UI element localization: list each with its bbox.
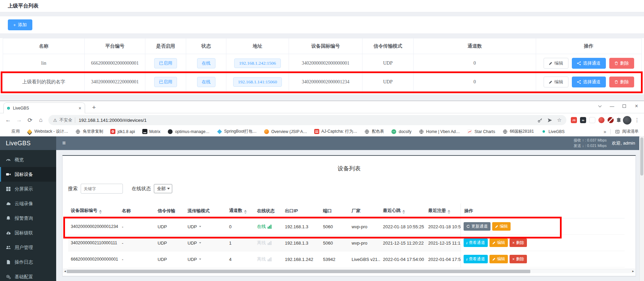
sidebar-item-split-screen[interactable]: 分屏展示 <box>0 182 56 196</box>
sidebar-item-gb-devices[interactable]: 国标设备 <box>0 167 56 182</box>
reading-list-icon <box>615 129 620 134</box>
bookmark-optimus[interactable]: optimus-manage… <box>167 129 209 134</box>
bookmark-springboot[interactable]: SpringBoot打包… <box>217 129 257 134</box>
search-input[interactable] <box>81 184 123 194</box>
col-channels[interactable]: 通道数 <box>226 203 254 218</box>
bandwidth-chart-icon[interactable] <box>268 257 272 261</box>
extensions-puzzle-icon[interactable] <box>616 117 622 123</box>
browser-tab-livegbs[interactable]: LiveGBS × <box>3 102 85 113</box>
col-device-gb-id[interactable]: 设备国标编号 <box>68 203 119 218</box>
bookmark-copy[interactable]: 免登录复制 <box>75 129 103 134</box>
extension-infinity-icon[interactable]: ∞ <box>580 117 586 123</box>
hamburger-menu-icon[interactable]: ≡ <box>56 140 72 147</box>
extension-js-icon[interactable]: JS <box>571 117 577 123</box>
cell-vendor: wvp-pro <box>349 235 380 251</box>
extension-icons: JS ∞ <box>571 117 614 123</box>
bookmark-star-icon[interactable]: ☆ <box>557 117 562 123</box>
chevron-down-icon <box>199 259 201 260</box>
bookmark-palette[interactable]: 配色表 <box>364 129 384 134</box>
cell-status: 离线 <box>254 251 282 267</box>
bookmark-starcharts[interactable]: Star Charts <box>467 129 495 134</box>
sidebar-item-gb-cascade[interactable]: 国标级联 <box>0 226 56 240</box>
online-status-select[interactable]: 全部 <box>154 184 172 193</box>
select-channel-button[interactable]: 选择通道 <box>572 77 606 87</box>
bookmark-livegbs[interactable]: LiveGBS <box>541 129 564 134</box>
sort-icon[interactable] <box>402 210 405 214</box>
sidebar-item-basic-config[interactable]: 基础配置 <box>0 269 56 281</box>
scrollbar-thumb[interactable] <box>640 137 643 176</box>
sidebar-item-operation-log[interactable]: 操作日志 <box>0 255 56 269</box>
bookmarks-overflow-chevron[interactable]: » <box>603 129 606 134</box>
scroll-right-icon[interactable]: ► <box>632 270 634 273</box>
sort-icon[interactable] <box>244 210 247 214</box>
chevron-down-icon <box>167 188 170 189</box>
tab-close-icon[interactable]: × <box>79 105 81 111</box>
bookmark-gb28181[interactable]: 66国标28181 <box>502 129 534 134</box>
sort-icon[interactable] <box>99 210 102 214</box>
close-icon[interactable]: × <box>630 101 643 111</box>
view-channels-button[interactable]: i查看通道 <box>464 255 488 263</box>
refresh-icon <box>466 225 470 228</box>
view-channels-button[interactable]: i查看通道 <box>464 238 488 247</box>
bookmark-motrix[interactable]: Motrix <box>142 129 161 134</box>
sidebar-item-user-management[interactable]: 用户管理 <box>0 240 56 255</box>
bookmark-webstack[interactable]: Webstack - 设计… <box>27 129 68 134</box>
reload-icon[interactable]: ⟳ <box>25 115 35 126</box>
bookmark-vben[interactable]: Home | Vben Ad… <box>419 129 460 134</box>
profile-avatar[interactable] <box>623 116 631 125</box>
edit-button[interactable]: 编辑 <box>489 255 508 263</box>
col-heartbeat[interactable]: 最近心跳 <box>380 203 425 218</box>
orange-favicon-icon <box>264 129 269 134</box>
forward-icon[interactable]: → <box>14 115 25 126</box>
edit-button[interactable]: 编辑 <box>544 77 568 87</box>
file-icon <box>6 260 11 265</box>
password-key-icon[interactable] <box>537 118 543 123</box>
extension-blocker-icon[interactable] <box>608 117 614 123</box>
minimize-icon[interactable]: — <box>606 101 618 111</box>
extension-red-ball-icon[interactable] <box>598 117 605 123</box>
vertical-scrollbar[interactable] <box>639 136 644 281</box>
delete-button[interactable]: ×删除 <box>510 238 527 247</box>
browser-menu-icon[interactable]: ⋮ <box>634 117 640 123</box>
bookmark-overview-jsip[interactable]: Overview (JSIP A… <box>264 129 307 134</box>
home-icon[interactable]: ⌂ <box>35 115 46 126</box>
stream-mode-select[interactable]: UDP <box>188 241 226 246</box>
delete-button[interactable]: 删除 <box>609 77 634 87</box>
maximize-icon[interactable] <box>618 101 630 111</box>
scrollbar-thumb[interactable] <box>67 270 530 273</box>
new-tab-button[interactable]: + <box>89 103 99 112</box>
stream-mode-select[interactable]: UDP <box>188 224 226 229</box>
sidebar-item-alarm-query[interactable]: 报警查询 <box>0 211 56 226</box>
bandwidth-chart-icon[interactable] <box>268 225 272 229</box>
delete-button[interactable]: 删除 <box>609 58 634 69</box>
edit-button[interactable]: 编辑 <box>489 238 508 247</box>
bandwidth-chart-icon[interactable] <box>268 241 272 245</box>
send-to-device-icon[interactable] <box>547 118 552 123</box>
livegbs-favicon-icon <box>541 129 546 134</box>
bookmark-docsify[interactable]: docsify <box>391 129 411 134</box>
horizontal-scrollbar[interactable]: ◄ ► <box>63 269 635 273</box>
sidebar-item-overview[interactable]: 概览 <box>0 152 56 167</box>
stream-mode-select[interactable]: UDP <box>188 257 226 262</box>
delete-button[interactable]: ×删除 <box>510 255 527 263</box>
reading-list-button[interactable]: 阅读清单 <box>615 129 639 134</box>
sort-icon[interactable] <box>448 210 450 214</box>
edit-button[interactable]: 编辑 <box>492 222 511 231</box>
bookmark-apps[interactable]: 应用 <box>4 129 20 134</box>
select-channel-button[interactable]: 选择通道 <box>572 58 606 69</box>
back-icon[interactable]: ← <box>3 115 14 126</box>
add-button[interactable]: + 添加 <box>8 19 32 30</box>
sidebar-item-cloud-record[interactable]: 云端录像 <box>0 196 56 211</box>
address-bar[interactable]: ⚠ 不安全 192.168.1.141:20000/#/devices/1 ☆ <box>48 115 566 125</box>
brand-logo[interactable]: LiveGBS <box>0 136 56 150</box>
cell-gb-id: 66620000002000000001 <box>68 251 119 267</box>
window-menu-chevron-icon[interactable] <box>594 101 606 111</box>
update-channels-button[interactable]: 更新通道 <box>464 222 490 231</box>
welcome-user-menu[interactable]: 欢迎, admin <box>612 140 635 146</box>
col-export-ip: 出口IP <box>282 203 320 218</box>
bookmark-ajcaptcha[interactable]: AJ-Captcha: 行为… <box>314 129 357 134</box>
scroll-left-icon[interactable]: ◄ <box>64 270 66 273</box>
edit-button[interactable]: 编辑 <box>544 58 568 69</box>
extension-grid-icon[interactable] <box>589 117 595 123</box>
bookmark-jdk-api[interactable]: jdk1.8 api <box>110 129 135 134</box>
